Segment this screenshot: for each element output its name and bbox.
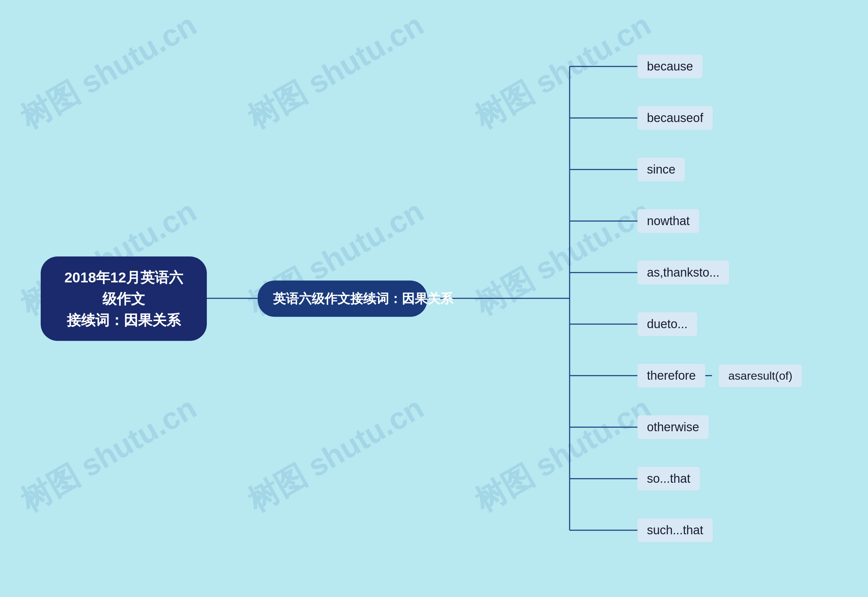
right-node-otherwise: otherwise: [638, 415, 709, 439]
center-node-label: 英语六级作文接续词：因果关系: [273, 290, 412, 307]
right-node-such-that: such...that: [638, 518, 713, 542]
mindmap-container: 树图 shutu.cn 树图 shutu.cn 树图 shutu.cn 树图 s…: [0, 0, 868, 597]
right-node-such-that-label: such...that: [638, 518, 713, 542]
right-node-since: since: [638, 157, 685, 181]
watermark-6: 树图 shutu.cn: [467, 191, 658, 325]
right-node-as-thanksto: as,thanksto...: [638, 261, 729, 284]
right-node-so-that: so...that: [638, 467, 700, 490]
right-node-therefore-sub: asaresult(of): [719, 364, 802, 387]
right-node-dueto: dueto...: [638, 312, 697, 336]
left-node-title: 2018年12月英语六级作文 接续词：因果关系: [58, 266, 190, 331]
left-node: 2018年12月英语六级作文 接续词：因果关系: [41, 256, 207, 341]
right-node-therefore-label: therefore: [638, 364, 705, 388]
right-node-therefore-wrapper: therefore asaresult(of): [638, 364, 802, 388]
watermark-3: 树图 shutu.cn: [467, 4, 658, 139]
right-node-since-label: since: [638, 157, 685, 181]
right-node-dueto-label: dueto...: [638, 312, 697, 336]
right-node-nowthat: nowthat: [638, 209, 699, 233]
watermark-1: 树图 shutu.cn: [13, 4, 204, 139]
watermark-2: 树图 shutu.cn: [240, 4, 431, 139]
left-node-line2: 接续词：因果关系: [67, 312, 181, 328]
right-node-becauseof-label: becauseof: [638, 106, 713, 130]
watermark-8: 树图 shutu.cn: [240, 388, 431, 522]
right-node-because-label: because: [638, 55, 703, 78]
watermark-7: 树图 shutu.cn: [13, 388, 204, 522]
left-node-line1: 2018年12月英语六级作文: [64, 269, 183, 306]
center-node: 英语六级作文接续词：因果关系: [258, 281, 427, 316]
right-node-becauseof: becauseof: [638, 106, 713, 130]
right-node-otherwise-label: otherwise: [638, 415, 709, 439]
right-node-nowthat-label: nowthat: [638, 209, 699, 233]
right-node-as-thanksto-label: as,thanksto...: [638, 261, 729, 284]
watermark-9: 树图 shutu.cn: [467, 388, 658, 522]
right-node-so-that-label: so...that: [638, 467, 700, 490]
right-node-because: because: [638, 55, 703, 78]
